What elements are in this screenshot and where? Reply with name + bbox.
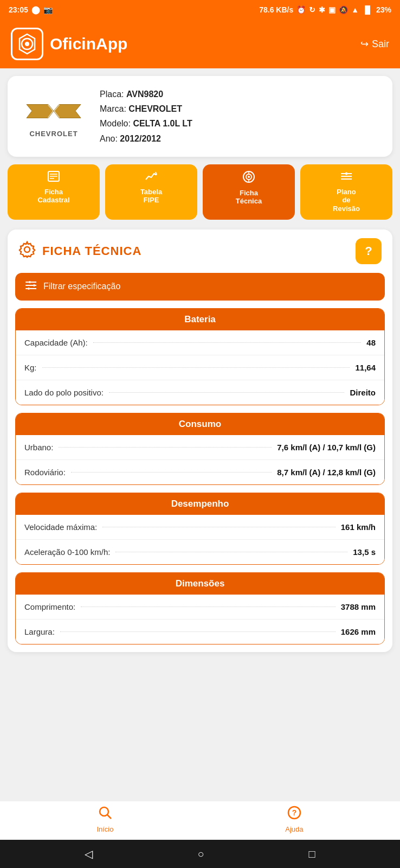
spec-section-consumo: Consumo Urbano: 7,6 km/l (A) / 10,7 km/l… xyxy=(15,413,385,485)
nav-ajuda-label: Ajuda xyxy=(285,825,303,833)
status-time: 23:05 xyxy=(9,5,28,14)
tab-fipe-label: TabelaFIPE xyxy=(140,188,162,205)
tab-tabela-fipe[interactable]: TabelaFIPE xyxy=(105,164,197,220)
help-circle-icon: ? xyxy=(287,806,301,823)
nav-ajuda[interactable]: ? Ajuda xyxy=(285,806,303,833)
nav-inicio[interactable]: Início xyxy=(96,806,113,833)
vehicle-year: Ano: 2012/2012 xyxy=(100,131,382,146)
vehicle-brand-text: CHEVROLET xyxy=(29,130,78,138)
model-value: CELTA 1.0L LT xyxy=(133,119,192,128)
spec-dots-kg xyxy=(42,367,350,368)
spec-label-polo: Lado do polo positivo: xyxy=(24,388,104,397)
spec-value-aceleracao: 13,5 s xyxy=(353,547,376,557)
spec-header-desempenho: Desempenho xyxy=(16,493,384,515)
svg-point-30 xyxy=(29,281,31,283)
status-speed: 78.6 KB/s xyxy=(259,5,293,14)
vehicle-brand: Marca: CHEVROLET xyxy=(100,101,382,116)
search-icon xyxy=(98,806,112,823)
ficha-tecnica-card: FICHA TÉCNICA ? Fi xyxy=(8,229,392,652)
spec-dots-comprimento xyxy=(81,607,336,607)
svg-line-38 xyxy=(107,815,111,819)
spec-row-polo: Lado do polo positivo: Direito xyxy=(16,380,384,405)
spec-dots-largura xyxy=(60,631,336,632)
status-nfc-icon: ▣ xyxy=(328,5,336,14)
ficha-title-area: FICHA TÉCNICA xyxy=(18,241,141,261)
spec-value-largura: 1626 mm xyxy=(341,627,376,636)
svg-text:?: ? xyxy=(292,808,297,817)
spec-row-urbano: Urbano: 7,6 km/l (A) / 10,7 km/l (G) xyxy=(16,435,384,460)
spec-label-comprimento: Comprimento: xyxy=(24,602,75,611)
tab-buttons: FichaCadastral TabelaFIPE xyxy=(8,164,392,222)
status-battery: 23% xyxy=(376,5,391,14)
plate-value: AVN9820 xyxy=(126,90,163,99)
status-bar: 23:05 ⬤ 📷 78.6 KB/s ⏰ ↻ ✱ ▣ 🔕 ▲ ▐▌ 23% xyxy=(0,0,400,20)
spec-label-urbano: Urbano: xyxy=(24,443,53,452)
status-icon-camera: 📷 xyxy=(43,5,53,14)
gear-icon xyxy=(18,241,36,261)
spec-row-rodoviario: Rodoviário: 8,7 km/l (A) / 12,8 km/l (G) xyxy=(16,460,384,484)
spec-section-desempenho: Desempenho Velocidade máxima: 161 km/h A… xyxy=(15,493,385,565)
tab-tecnica-label: FichaTécnica xyxy=(236,189,262,206)
vehicle-model: Modelo: CELTA 1.0L LT xyxy=(100,116,382,131)
tab-plano-revisao[interactable]: PlanodeRevisão xyxy=(300,164,392,220)
status-bar-right: 78.6 KB/s ⏰ ↻ ✱ ▣ 🔕 ▲ ▐▌ 23% xyxy=(259,5,391,14)
app-logo-icon xyxy=(11,28,43,60)
tab-cadastral-icon xyxy=(48,171,60,184)
filter-icon xyxy=(25,280,37,293)
svg-point-19 xyxy=(248,176,250,178)
svg-point-33 xyxy=(33,284,35,286)
tab-revisao-icon xyxy=(340,171,352,184)
spec-value-velocidade: 161 km/h xyxy=(341,522,376,532)
spec-row-kg: Kg: 11,64 xyxy=(16,355,384,380)
spec-value-capacidade: 48 xyxy=(366,338,376,347)
svg-point-36 xyxy=(28,288,30,290)
svg-point-2 xyxy=(25,42,29,46)
spec-label-largura: Largura: xyxy=(24,627,55,636)
year-label: Ano: xyxy=(100,134,120,143)
spec-value-comprimento: 3788 mm xyxy=(341,602,376,611)
spec-section-dimensoes: Dimensões Comprimento: 3788 mm Largura: … xyxy=(15,572,385,644)
spec-row-largura: Largura: 1626 mm xyxy=(16,620,384,644)
status-bluetooth-icon: ✱ xyxy=(319,5,325,14)
model-label: Modelo: xyxy=(100,119,133,128)
logout-icon: ↪ xyxy=(360,38,369,50)
year-value: 2012/2012 xyxy=(120,134,161,143)
app-name: OficinApp xyxy=(50,35,127,53)
header: OficinApp ↪ Sair xyxy=(0,20,400,68)
spec-dots-velocidade xyxy=(102,527,336,527)
nav-inicio-label: Início xyxy=(96,825,113,833)
spec-row-velocidade: Velocidade máxima: 161 km/h xyxy=(16,515,384,540)
spec-value-kg: 11,64 xyxy=(355,363,376,372)
android-nav: ◁ ○ □ xyxy=(0,840,400,868)
android-recent-button[interactable]: □ xyxy=(308,848,315,860)
filter-label: Filtrar especificação xyxy=(43,282,120,291)
help-button[interactable]: ? xyxy=(356,238,382,264)
status-alarm-icon: ⏰ xyxy=(296,5,306,14)
android-back-button[interactable]: ◁ xyxy=(85,847,93,860)
filter-bar[interactable]: Filtrar especificação xyxy=(15,273,385,301)
tab-ficha-cadastral[interactable]: FichaCadastral xyxy=(8,164,100,220)
spec-header-consumo: Consumo xyxy=(16,413,384,435)
tab-revisao-label: PlanodeRevisão xyxy=(333,188,360,213)
svg-point-27 xyxy=(24,247,30,252)
tab-tecnica-icon xyxy=(243,171,255,186)
spec-value-urbano: 7,6 km/l (A) / 10,7 km/l (G) xyxy=(277,443,376,452)
spec-value-rodoviario: 8,7 km/l (A) / 12,8 km/l (G) xyxy=(277,468,376,477)
app-name-regular: Oficin xyxy=(50,35,96,53)
spec-row-comprimento: Comprimento: 3788 mm xyxy=(16,595,384,620)
spec-header-bateria: Bateria xyxy=(16,309,384,330)
status-lte-icon: ▐▌ xyxy=(362,5,373,14)
spec-header-dimensoes: Dimensões xyxy=(16,573,384,595)
android-home-button[interactable]: ○ xyxy=(197,848,204,860)
status-sync-icon: ↻ xyxy=(309,5,315,14)
status-silent-icon: 🔕 xyxy=(339,5,348,14)
spec-dots xyxy=(93,342,362,343)
logout-button[interactable]: ↪ Sair xyxy=(360,38,389,50)
spec-label-aceleracao: Aceleração 0-100 km/h: xyxy=(24,547,110,557)
plate-label: Placa: xyxy=(100,90,126,99)
spec-dots-rodoviario xyxy=(71,472,272,473)
vehicle-logo-area: CHEVROLET xyxy=(18,95,89,138)
status-icon-mastercard: ⬤ xyxy=(31,5,40,14)
tab-ficha-tecnica[interactable]: FichaTécnica xyxy=(203,164,295,220)
ficha-header: FICHA TÉCNICA ? xyxy=(8,229,392,273)
